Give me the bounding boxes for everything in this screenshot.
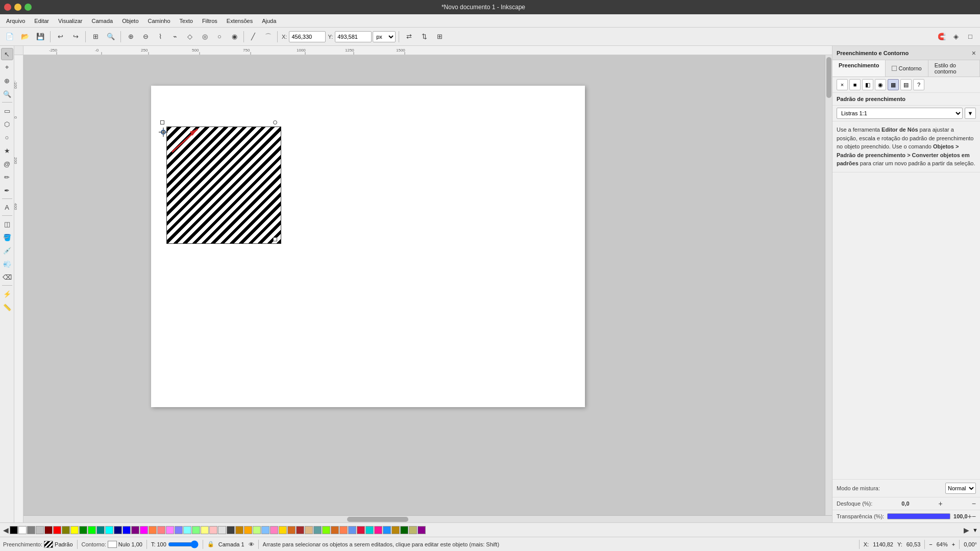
fill-swatch-btn[interactable]: ▤: [900, 79, 912, 90]
palette-scroll-right[interactable]: ▶: [963, 526, 970, 534]
snap-node-btn[interactable]: ◈: [949, 30, 963, 43]
new-btn[interactable]: 📄: [3, 30, 16, 43]
open-btn[interactable]: 📂: [18, 30, 32, 43]
node-symm-btn[interactable]: ○: [213, 30, 226, 43]
fill-none-btn[interactable]: ×: [837, 79, 848, 90]
palette-swatch[interactable]: [253, 526, 261, 534]
sel-handle-bl[interactable]: [273, 237, 277, 241]
t-slider[interactable]: [168, 541, 199, 548]
x-input[interactable]: [289, 31, 326, 42]
menu-visualizar[interactable]: Visualizar: [54, 16, 87, 26]
menu-extensoes[interactable]: Extensões: [223, 16, 257, 26]
tool-eyedropper[interactable]: 💉: [1, 244, 13, 257]
tool-measure[interactable]: 📏: [1, 301, 13, 313]
zoom-in-btn[interactable]: 🔍: [104, 30, 117, 43]
palette-scroll-left[interactable]: ◀: [2, 526, 10, 534]
palette-swatch[interactable]: [114, 526, 122, 534]
menu-ajuda[interactable]: Ajuda: [258, 16, 280, 26]
undo-btn[interactable]: ↩: [54, 30, 67, 43]
palette-swatch[interactable]: [53, 526, 61, 534]
vscroll-thumb[interactable]: [826, 57, 831, 98]
palette-swatch[interactable]: [400, 526, 408, 534]
palette-swatch[interactable]: [409, 526, 417, 534]
palette-swatch[interactable]: [157, 526, 165, 534]
palette-swatch[interactable]: [365, 526, 374, 534]
palette-swatch[interactable]: [270, 526, 278, 534]
palette-swatch[interactable]: [36, 526, 44, 534]
palette-swatch[interactable]: [209, 526, 217, 534]
palette-swatch[interactable]: [348, 526, 356, 534]
palette-swatch[interactable]: [201, 526, 209, 534]
tool-eraser[interactable]: ⌫: [1, 271, 13, 283]
unit-select[interactable]: pxmmin: [373, 31, 396, 42]
palette-swatch[interactable]: [79, 526, 87, 534]
node-break-btn[interactable]: ⌁: [168, 30, 182, 43]
pattern-rectangle[interactable]: [166, 127, 281, 244]
tool-text[interactable]: A: [1, 201, 13, 213]
node-smooth-btn[interactable]: ◎: [198, 30, 211, 43]
tool-ellipse[interactable]: ○: [1, 131, 13, 143]
maximize-button[interactable]: [24, 4, 32, 11]
palette-swatch[interactable]: [244, 526, 252, 534]
zoom-fit-btn[interactable]: ⊞: [89, 30, 102, 43]
canvas-area[interactable]: [23, 55, 832, 522]
palette-swatch[interactable]: [62, 526, 70, 534]
palette-swatch[interactable]: [131, 526, 139, 534]
opacity-minus-btn[interactable]: −: [972, 512, 976, 520]
palette-swatch[interactable]: [10, 526, 18, 534]
palette-swatch[interactable]: [296, 526, 304, 534]
node-del-btn[interactable]: ⊖: [139, 30, 152, 43]
palette-swatch[interactable]: [140, 526, 148, 534]
palette-swatch[interactable]: [218, 526, 226, 534]
tool-rect[interactable]: ▭: [1, 105, 13, 117]
redo-btn[interactable]: ↪: [69, 30, 82, 43]
node-auto-btn[interactable]: ◉: [228, 30, 241, 43]
palette-swatch[interactable]: [96, 526, 105, 534]
panel-close-btn[interactable]: ×: [972, 49, 976, 57]
palette-swatch[interactable]: [27, 526, 35, 534]
palette-menu-btn[interactable]: ▼: [972, 527, 978, 533]
fill-unset-btn[interactable]: ?: [913, 79, 924, 90]
palette-swatch[interactable]: [70, 526, 79, 534]
zoom-in-status-btn[interactable]: +: [952, 541, 955, 547]
palette-swatch[interactable]: [305, 526, 313, 534]
palette-swatch[interactable]: [122, 526, 131, 534]
opacity-plus-btn[interactable]: +: [968, 512, 972, 520]
tool-tweak[interactable]: ⊕: [1, 74, 13, 87]
palette-swatch[interactable]: [339, 526, 348, 534]
tool-node[interactable]: ⌖: [1, 61, 13, 73]
palette-swatch[interactable]: [105, 526, 113, 534]
tool-paint-bucket[interactable]: 🪣: [1, 231, 13, 243]
tool-3dbox[interactable]: ⬡: [1, 118, 13, 130]
sel-handle-tl[interactable]: [160, 120, 164, 124]
menu-objeto[interactable]: Objeto: [118, 16, 142, 26]
opacity-bar[interactable]: [887, 513, 950, 519]
y-input[interactable]: [335, 31, 372, 42]
menu-editar[interactable]: Editar: [30, 16, 53, 26]
palette-swatch[interactable]: [279, 526, 287, 534]
tool-calligraphy[interactable]: ✒: [1, 184, 13, 196]
fill-radial-btn[interactable]: ◉: [875, 79, 886, 90]
palette-swatch[interactable]: [261, 526, 270, 534]
palette-swatch[interactable]: [227, 526, 235, 534]
distribute-btn[interactable]: ⊞: [433, 30, 446, 43]
tool-spray[interactable]: 💨: [1, 258, 13, 270]
close-button[interactable]: [4, 4, 11, 11]
sel-handle-tr[interactable]: [273, 120, 277, 124]
zoom-out-status-btn[interactable]: −: [929, 541, 932, 547]
layer-btn[interactable]: 🔒: [207, 541, 214, 547]
palette-swatch[interactable]: [374, 526, 382, 534]
snap-bbox-btn[interactable]: □: [964, 30, 977, 43]
layer-visible-btn[interactable]: 👁: [249, 541, 254, 547]
pattern-edit-btn[interactable]: ▼: [965, 108, 976, 119]
palette-swatch[interactable]: [287, 526, 296, 534]
palette-swatch[interactable]: [313, 526, 322, 534]
tool-pencil[interactable]: ✏: [1, 171, 13, 183]
snap-enable-btn[interactable]: 🧲: [935, 30, 948, 43]
palette-swatch[interactable]: [192, 526, 200, 534]
menu-texto[interactable]: Texto: [176, 16, 197, 26]
fill-flat-btn[interactable]: ■: [849, 79, 861, 90]
menu-caminho[interactable]: Caminho: [144, 16, 175, 26]
segment-line-btn[interactable]: ╱: [247, 30, 260, 43]
flip-v-btn[interactable]: ⇅: [418, 30, 431, 43]
